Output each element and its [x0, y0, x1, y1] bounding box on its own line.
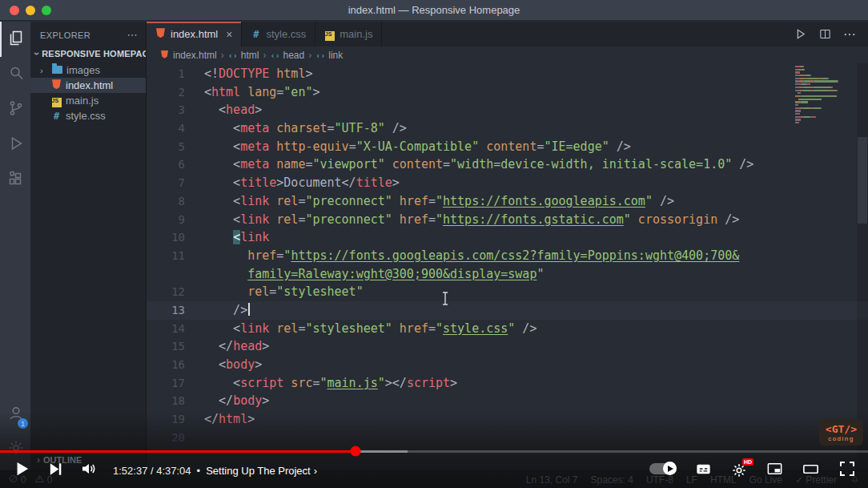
watermark-subtitle: coding: [826, 435, 857, 442]
code-line-wrap[interactable]: family=Raleway:wght@300;900&display=swap…: [147, 265, 868, 284]
file-item-style.css[interactable]: #style.css: [30, 108, 146, 123]
code-line-1[interactable]: 1<!DOCTYPE html>: [147, 65, 868, 83]
tab-close-icon[interactable]: ×: [226, 28, 232, 41]
code-editor[interactable]: 1<!DOCTYPE html>2<html lang="en">3 <head…: [147, 63, 868, 470]
play-button-icon[interactable]: [11, 458, 32, 482]
element-symbol-icon: ‹›: [315, 50, 325, 61]
breadcrumb-separator: ›: [221, 50, 224, 61]
file-tree: ›imagesindex.htmlJSmain.js#style.css: [30, 63, 146, 123]
js-file-icon: JS: [324, 26, 335, 42]
video-time-bullet: •: [197, 465, 201, 477]
line-number: 11: [147, 247, 204, 265]
video-chapter-button[interactable]: Setting Up The Project ›: [206, 465, 317, 477]
breadcrumb-item-html[interactable]: ‹›html: [228, 50, 259, 61]
tab-style.css[interactable]: #style.css: [242, 22, 315, 46]
captions-button-icon[interactable]: [694, 460, 713, 482]
video-progress-bar[interactable]: [0, 450, 868, 454]
chevron-right-icon: ›: [314, 465, 317, 477]
source-control-icon: [6, 99, 26, 121]
window-title: index.html — Responsive Homepage: [0, 4, 868, 16]
code-line-6[interactable]: 6 <meta name="viewport" content="width=d…: [147, 155, 868, 174]
file-item-images[interactable]: ›images: [30, 63, 146, 78]
minimap[interactable]: [795, 66, 856, 127]
code-line-11[interactable]: 11 href="https://fonts.googleapis.com/cs…: [147, 247, 868, 265]
code-line-19[interactable]: 19</html>: [147, 410, 868, 429]
tab-main.js[interactable]: JSmain.js: [315, 22, 382, 46]
code-line-15[interactable]: 15 </head>: [147, 337, 868, 356]
html-file-icon: [159, 49, 170, 61]
code-text: <!DOCTYPE html>: [204, 65, 312, 83]
video-controls-left: [11, 458, 98, 482]
element-symbol-icon: ‹›: [228, 50, 238, 61]
code-text: family=Raleway:wght@300;900&display=swap…: [204, 265, 544, 284]
theater-mode-button-icon[interactable]: [802, 460, 820, 482]
scrollbar-thumb[interactable]: [858, 137, 867, 224]
activity-item-extensions[interactable]: [0, 163, 30, 198]
next-button-icon[interactable]: [46, 460, 65, 482]
css-file-icon: #: [51, 110, 62, 122]
explorer-icon: [6, 28, 26, 50]
code-line-17[interactable]: 17 <script src="main.js"></script>: [147, 374, 868, 393]
run-debug-icon: [6, 134, 26, 156]
code-line-10[interactable]: 10 <link: [147, 228, 868, 247]
volume-button-icon[interactable]: [79, 459, 98, 482]
explorer-sidebar: EXPLORER ⋯ › RESPONSIVE HOMEPAGE ›images…: [30, 22, 147, 470]
code-line-20[interactable]: 20: [147, 429, 868, 447]
code-line-8[interactable]: 8 <link rel="preconnect" href="https://f…: [147, 192, 868, 211]
file-item-index.html[interactable]: index.html: [30, 78, 146, 93]
breadcrumb-label: index.html: [173, 50, 217, 61]
titlebar: index.html — Responsive Homepage: [0, 0, 868, 21]
line-number: 2: [147, 83, 204, 102]
code-line-14[interactable]: 14 <link rel="stylesheet" href="style.cs…: [147, 320, 868, 338]
code-text: <script src="main.js"></script>: [204, 374, 457, 393]
tab-label: style.css: [266, 28, 306, 40]
line-number: 1: [147, 65, 204, 83]
tab-index.html[interactable]: index.html×: [147, 22, 242, 46]
code-line-12[interactable]: 12 rel="stylesheet": [147, 283, 868, 301]
code-line-9[interactable]: 9 <link rel="preconnect" href="https://f…: [147, 211, 868, 229]
activity-item-account[interactable]: 1: [0, 397, 30, 432]
editor-action-run-icon[interactable]: [793, 26, 808, 42]
autoplay-toggle[interactable]: [649, 463, 677, 478]
editor-action-split-icon[interactable]: [818, 27, 832, 41]
fullscreen-button-icon[interactable]: [838, 459, 857, 482]
explorer-more-icon[interactable]: ⋯: [127, 29, 138, 41]
code-line-4[interactable]: 4 <meta charset="UTF-8" />: [147, 119, 868, 138]
code-text: <meta name="viewport" content="width=dev…: [204, 155, 753, 174]
code-line-16[interactable]: 16 <body>: [147, 356, 868, 374]
editor-action-more-icon[interactable]: [842, 27, 857, 42]
line-number: 6: [147, 155, 204, 174]
project-folder-header[interactable]: › RESPONSIVE HOMEPAGE: [30, 46, 146, 61]
line-number: 15: [147, 337, 204, 356]
project-folder-label: RESPONSIVE HOMEPAGE: [42, 49, 146, 58]
breadcrumb-separator: ›: [263, 50, 266, 61]
activity-item-run-debug[interactable]: [0, 127, 30, 163]
code-text: <link rel="preconnect" href="https://fon…: [204, 192, 674, 211]
line-number: 3: [147, 101, 204, 119]
code-line-13[interactable]: 13 />: [147, 301, 868, 320]
line-number: 20: [147, 429, 204, 447]
hd-quality-badge: HD: [742, 458, 753, 466]
line-number: 13: [147, 301, 204, 320]
code-line-5[interactable]: 5 <meta http-equiv="X-UA-Compatible" con…: [147, 138, 868, 156]
notification-badge: 1: [18, 418, 28, 429]
breadcrumb-item-head[interactable]: ‹›head: [270, 50, 304, 61]
code-text: </head>: [204, 337, 269, 356]
code-text: rel="stylesheet": [204, 283, 364, 301]
editor-scrollbar[interactable]: [857, 63, 868, 470]
activity-item-explorer[interactable]: [0, 22, 30, 57]
line-number: 7: [147, 174, 204, 192]
activity-bar: 1: [0, 22, 30, 470]
breadcrumb-item-link[interactable]: ‹›link: [315, 50, 343, 61]
file-item-main.js[interactable]: JSmain.js: [30, 93, 146, 108]
miniplayer-button-icon[interactable]: [766, 460, 784, 482]
code-line-3[interactable]: 3 <head>: [147, 101, 868, 119]
activity-item-source-control[interactable]: [0, 92, 30, 127]
code-line-2[interactable]: 2<html lang="en">: [147, 83, 868, 102]
code-line-18[interactable]: 18 </body>: [147, 392, 868, 410]
file-label: index.html: [66, 79, 113, 91]
activity-item-search[interactable]: [0, 57, 30, 92]
code-line-7[interactable]: 7 <title>Document</title>: [147, 174, 868, 192]
settings-button-icon[interactable]: HD: [730, 462, 748, 479]
breadcrumb-item-index.html[interactable]: index.html: [159, 49, 217, 61]
